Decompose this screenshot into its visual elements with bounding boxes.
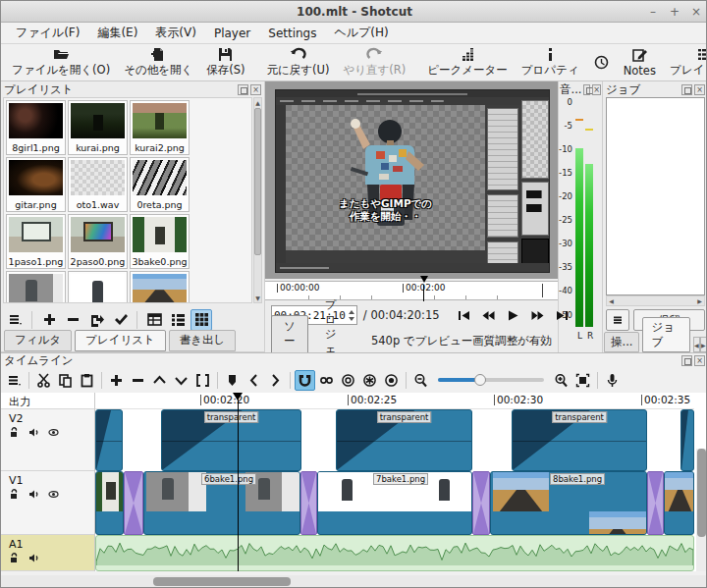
marker-button[interactable] [222, 370, 243, 391]
view-icons-button[interactable] [190, 309, 212, 331]
clip-7bake1[interactable]: 7bake1.png [317, 471, 472, 535]
append-clip-button[interactable] [106, 370, 127, 391]
maximize-button[interactable]: + [669, 5, 680, 19]
rewind-button[interactable] [478, 306, 499, 324]
menu-edit[interactable]: 編集(E) [88, 23, 146, 43]
clip-transparent[interactable] [95, 409, 123, 471]
scrub-while-dragging-button[interactable] [316, 370, 337, 391]
timeline-menu-button[interactable] [4, 370, 25, 391]
menu-player[interactable]: Player [205, 25, 259, 42]
zoom-fit-button[interactable] [572, 370, 593, 391]
scrub-playhead[interactable] [419, 276, 428, 301]
hide-icon[interactable] [48, 489, 59, 500]
scrub-bar[interactable]: 00:00:00 00:02:00 [265, 281, 558, 300]
cut-button[interactable] [33, 370, 54, 391]
undock-icon[interactable] [238, 84, 248, 95]
track-a1[interactable] [95, 535, 694, 571]
undock-icon[interactable] [681, 355, 692, 366]
minimize-button[interactable]: – [647, 5, 659, 19]
scrollbar-thumb[interactable] [153, 577, 291, 586]
transition[interactable] [472, 471, 490, 535]
tab-jobs[interactable]: ジョブ [642, 317, 689, 352]
undock-icon[interactable] [681, 84, 692, 95]
tracks-area[interactable]: 00:02:20 00:02:25 00:02:30 00:02:35 tran… [95, 393, 694, 571]
track-v1[interactable]: 6bake1.png 7bake1.png [95, 471, 694, 535]
track-header-v1[interactable]: V1 [1, 471, 94, 535]
playlist-item[interactable]: 2paso0.png [68, 214, 128, 269]
scroll-right-icon[interactable]: ▶ [695, 296, 704, 305]
notes-button[interactable]: Notes [617, 47, 663, 79]
playlist-item[interactable]: 0reta.png [130, 157, 190, 212]
record-audio-button[interactable] [602, 370, 623, 391]
video-preview[interactable]: またもやGIMPでの 作業を開始・・ [265, 81, 558, 279]
append-button[interactable] [38, 309, 60, 331]
clip-transparent[interactable]: transparent [512, 409, 647, 471]
timeline-ruler[interactable]: 00:02:20 00:02:25 00:02:30 00:02:35 [95, 393, 694, 409]
playlist-item[interactable]: 3bake0.png [130, 214, 190, 269]
copy-button[interactable] [55, 370, 76, 391]
ripple-all-tracks-button[interactable] [359, 370, 380, 391]
playlist-item[interactable]: 8bake1.png [130, 271, 190, 303]
clip-3bake0[interactable] [95, 471, 124, 535]
view-details-button[interactable] [143, 309, 165, 331]
ripple-delete-button[interactable] [128, 370, 148, 391]
lock-icon[interactable] [9, 489, 20, 500]
scroll-left-icon[interactable]: ◀ [607, 296, 616, 305]
fast-forward-button[interactable] [527, 306, 548, 324]
playlist-item[interactable]: kurai2.png [130, 100, 190, 155]
overwrite-button[interactable] [171, 370, 191, 391]
hide-icon[interactable] [48, 427, 59, 438]
clip-6bake1[interactable]: 6bake1.png [143, 471, 300, 535]
tab-playlist[interactable]: プレイリスト [75, 330, 166, 351]
close-button[interactable]: × [690, 5, 702, 19]
view-tiles-button[interactable] [167, 309, 189, 331]
playlist-item[interactable]: 1paso1.png [6, 214, 66, 269]
menu-settings[interactable]: Settings [259, 25, 325, 42]
timeline-horizontal-scrollbar[interactable] [1, 575, 707, 588]
undo-button[interactable]: 元に戻す(U) [260, 46, 337, 79]
title-bar[interactable]: 100.mlt - Shotcut – + × [1, 1, 707, 23]
playlist-item[interactable]: kurai.png [68, 100, 128, 155]
close-icon[interactable] [694, 84, 705, 95]
zoom-out-button[interactable] [410, 370, 431, 391]
track-v2[interactable]: transparent transparent transparent [95, 409, 694, 471]
clip-partial[interactable] [664, 471, 694, 535]
scrollbar-thumb[interactable] [697, 449, 706, 537]
track-header-v2[interactable]: V2 [1, 409, 94, 471]
menu-help[interactable]: ヘルプ(H) [325, 23, 397, 43]
peak-meter-button[interactable]: ピークメーター [420, 46, 515, 79]
playlist-scrollbar[interactable]: ▲ ▼ [253, 97, 262, 303]
output-track-header[interactable]: 出力 [1, 393, 94, 409]
open-other-button[interactable]: その他を開く [117, 46, 199, 79]
mute-icon[interactable] [28, 489, 39, 500]
clip-transparent[interactable] [680, 409, 694, 471]
playlist-item[interactable]: 8girl1.png [6, 100, 66, 155]
playlist-item[interactable]: 7bake1.png [68, 271, 128, 303]
playlist-button[interactable]: プレイリスト [663, 46, 707, 79]
jobs-menu-button[interactable] [606, 309, 629, 331]
remove-button[interactable] [62, 309, 83, 331]
jobs-scrollbar[interactable]: ◀ ▶ [606, 295, 705, 306]
mute-icon[interactable] [28, 553, 39, 563]
playlist-item[interactable]: gitar.png [6, 157, 66, 212]
snap-toggle-button[interactable] [295, 370, 315, 391]
playlist-item[interactable]: oto1.wav [68, 157, 128, 212]
zoom-slider[interactable] [438, 378, 544, 382]
menu-file[interactable]: ファイル(F) [7, 23, 88, 43]
close-icon[interactable] [694, 355, 705, 366]
transition[interactable] [300, 471, 317, 535]
jobs-list[interactable] [606, 97, 705, 295]
properties-button[interactable]: プロパティ [515, 46, 586, 79]
playlist-menu-button[interactable] [4, 309, 26, 331]
tab-export[interactable]: 書き出し [169, 330, 237, 351]
lift-button[interactable] [149, 370, 170, 391]
play-button[interactable] [503, 306, 523, 324]
clip-transparent[interactable]: transparent [161, 409, 301, 471]
tab-scroll-right-icon[interactable]: ▶ [700, 337, 707, 352]
clip-transparent[interactable]: transparent [336, 409, 472, 471]
skip-start-button[interactable] [454, 306, 474, 324]
lock-icon[interactable] [9, 427, 20, 438]
timeline-vertical-scrollbar[interactable] [696, 449, 707, 571]
playlist-item[interactable]: 6bake1.png [6, 271, 66, 303]
split-button[interactable] [192, 370, 213, 391]
